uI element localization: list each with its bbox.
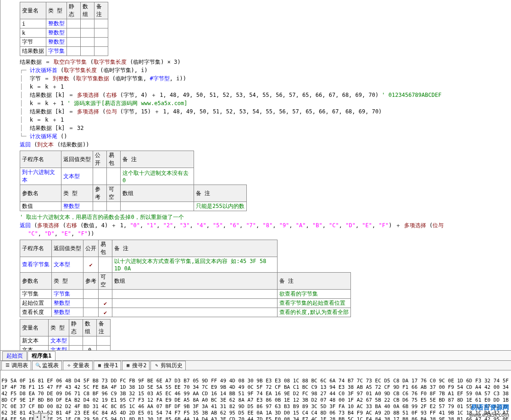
variable-table-1: 变量名类 型静态数组备 注 i整数型 k整数型 字节整数型 结果数据字节集 [20, 2, 108, 56]
table-row[interactable]: 字节整数型 [20, 38, 108, 47]
bottom-panel-tabs: ☰调用表 🔍监视表 ⟡变量表 ▦搜寻1 ▦搜寻2 ✎剪辑历史 [0, 360, 511, 370]
tab-call-table[interactable]: ☰调用表 [1, 361, 31, 370]
table-row[interactable]: k整数型 [20, 28, 108, 38]
main-area: 变量名类 型静态数组备 注 i整数型 k整数型 字节整数型 结果数据字节集 结果… [0, 0, 511, 420]
list-icon: ☰ [5, 363, 10, 368]
subroutine-table-1: 子程序名返回值类型公开易包备 注 到十六进制文本文本型这个取十六进制文本没有去0… [20, 151, 247, 211]
code-tabs: 起始页 程序集1 [0, 350, 511, 360]
table-row[interactable]: 结果数据字节集 [20, 47, 108, 56]
tab-search-2[interactable]: ▦搜寻2 [122, 361, 150, 370]
tab-clip-history[interactable]: ✎剪辑历史 [150, 361, 186, 370]
variable-table-2: 变量名类 型静态数组备 注 新文本文本型 文本文本型0 新长度整数型 a整数型 … [20, 319, 111, 350]
watermark: 易语言资源网 www.e5a5x.com [469, 403, 509, 418]
table-row[interactable]: 到十六进制文本文本型这个取十六进制文本没有去0 [20, 168, 247, 185]
hex-output-panel[interactable]: F9 5A 0F 16 81 EF 06 4B D4 5F B8 73 DD F… [0, 370, 511, 420]
scroll-left-icon[interactable]: ◂ [33, 413, 41, 420]
find-icon: ▦ [125, 363, 131, 368]
table-row[interactable]: 文本文本型0 [20, 346, 111, 351]
code-line: 返回 (多项选择 (右移 (数值, 4) ＋ 1, "0", "1", "2",… [20, 221, 511, 230]
search-icon: 🔍 [35, 363, 41, 368]
table-row[interactable]: i整数型 [20, 19, 108, 28]
table-row[interactable]: 查看字节集文本型✔以十六进制文本方式查看字节集,返回文本内容 如:45 3F 5… [20, 257, 351, 273]
tab-variable-table[interactable]: ⟡变量表 [63, 361, 93, 370]
code-editor[interactable]: 变量名类 型静态数组备 注 i整数型 k整数型 字节整数型 结果数据字节集 结果… [0, 0, 511, 350]
table-row[interactable]: 查看长度整数型✔查看的长度,默认为查看全部 [20, 308, 351, 317]
subroutine-table-2: 子程序名返回值类型公开易包备 注 查看字节集文本型✔以十六进制文本方式查看字节集… [20, 240, 351, 317]
tab-search-1[interactable]: ▦搜寻1 [94, 361, 121, 370]
scroll-right-icon[interactable]: ▸ [41, 413, 48, 420]
tab-start-page[interactable]: 起始页 [2, 351, 27, 360]
tab-program-set-1[interactable]: 程序集1 [28, 351, 56, 360]
table-row[interactable]: 起始位置整数型✔查看字节集的起始查看位置 [20, 299, 351, 308]
var-icon: ⟡ [66, 363, 72, 368]
table-row[interactable]: 新文本文本型 [20, 336, 111, 346]
horizontal-scrollbar[interactable]: ◂ ▸ [33, 413, 48, 420]
clip-icon: ✎ [154, 363, 159, 368]
tab-watch-table[interactable]: 🔍监视表 [32, 361, 62, 370]
table-row[interactable]: 数值整数型只能是255以内的数 [20, 202, 247, 211]
table-row[interactable]: 字节集字节集欲查看的字节集 [20, 290, 351, 299]
find-icon: ▦ [97, 363, 102, 368]
